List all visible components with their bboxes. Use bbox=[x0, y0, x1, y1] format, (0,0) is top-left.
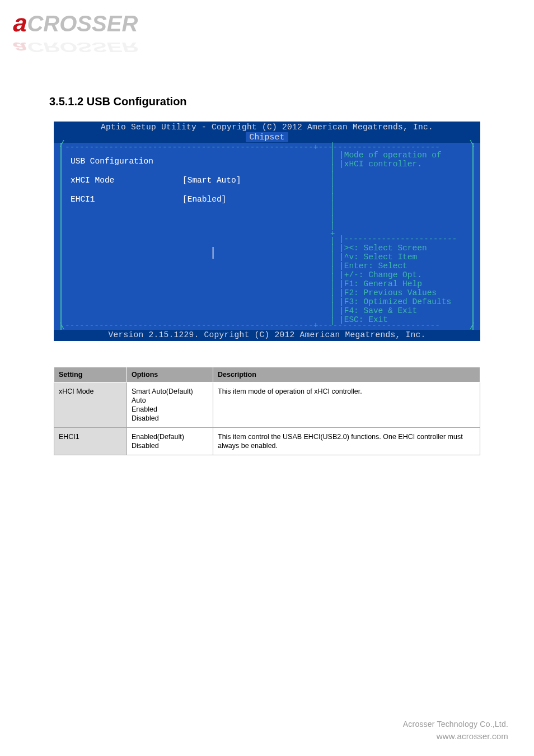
table-header-row: Setting Options Description bbox=[54, 367, 480, 382]
brand-logo-text: aCROSSER bbox=[13, 9, 176, 37]
th-setting: Setting bbox=[54, 367, 127, 382]
bios-hint: |Mode of operation of |xHCI controller. bbox=[339, 151, 470, 169]
bios-screenshot: Aptio Setup Utility - Copyright (C) 2012… bbox=[54, 122, 480, 352]
bios-row-ehci: EHCI1 [Enabled] bbox=[71, 190, 328, 209]
page-footer: Acrosser Technology Co.,Ltd. www.acrosse… bbox=[403, 718, 508, 743]
footer-website: www.acrosser.com bbox=[403, 730, 508, 743]
bios-hint-line2: xHCI controller. bbox=[344, 160, 422, 169]
bios-header: Aptio Setup Utility - Copyright (C) 2012… bbox=[54, 122, 480, 143]
section-heading: 3.5.1.2 USB Configuration bbox=[49, 95, 485, 108]
cell-setting: xHCI Mode bbox=[54, 382, 127, 428]
table-row: EHCI1 Enabled(Default) Disabled This ite… bbox=[54, 428, 480, 455]
bios-help: |><: Select Screen |^v: Select Item |Ent… bbox=[339, 244, 470, 324]
brand-logo-rest: CROSSER bbox=[27, 11, 138, 36]
cell-setting: EHCI1 bbox=[54, 428, 127, 455]
table-row: xHCI Mode Smart Auto(Default) Auto Enabl… bbox=[54, 382, 480, 428]
brand-logo-first-letter: a bbox=[12, 9, 29, 37]
bios-separator: | | | | | | | | | | | | + | | | | | | | … bbox=[330, 143, 336, 330]
bios-footer: Version 2.15.1229. Copyright (C) 2012 Am… bbox=[54, 330, 480, 341]
bios-cursor: | bbox=[209, 246, 217, 260]
bios-row-ehci-label: EHCI1 bbox=[71, 190, 182, 209]
cell-description: This item mode of operation of xHCI cont… bbox=[213, 382, 480, 428]
bios-title-tab: Chipset bbox=[246, 132, 288, 142]
cell-options: Enabled(Default) Disabled bbox=[127, 428, 213, 455]
cell-options: Smart Auto(Default) Auto Enabled Disable… bbox=[127, 382, 213, 428]
options-table: Setting Options Description xHCI Mode Sm… bbox=[54, 367, 480, 455]
bios-row-xhci-value: [Smart Auto] bbox=[182, 171, 241, 190]
bios-body: / \ \ / --------------------------------… bbox=[54, 143, 480, 330]
footer-company: Acrosser Technology Co.,Ltd. bbox=[403, 718, 508, 730]
cell-description: This item control the USAB EHCI(USB2.0) … bbox=[213, 428, 480, 455]
bios-hint-line1: Mode of operation of bbox=[344, 151, 442, 160]
bios-row-xhci-label: xHCI Mode bbox=[71, 171, 182, 190]
brand-logo: aCROSSER aCROSSER bbox=[13, 9, 176, 43]
brand-logo-reflection: aCROSSER bbox=[13, 39, 138, 56]
bios-section-title: USB Configuration bbox=[71, 152, 328, 171]
bios-row-ehci-value: [Enabled] bbox=[182, 190, 226, 209]
th-options: Options bbox=[127, 367, 213, 382]
bios-row-xhci: xHCI Mode [Smart Auto] bbox=[71, 171, 328, 190]
th-description: Description bbox=[213, 367, 480, 382]
bios-left-panel: USB Configuration xHCI Mode [Smart Auto]… bbox=[71, 152, 328, 209]
bios-title-line1: Aptio Setup Utility - Copyright (C) 2012… bbox=[54, 122, 480, 132]
bios-right-divider: |------------------------ bbox=[339, 235, 470, 244]
